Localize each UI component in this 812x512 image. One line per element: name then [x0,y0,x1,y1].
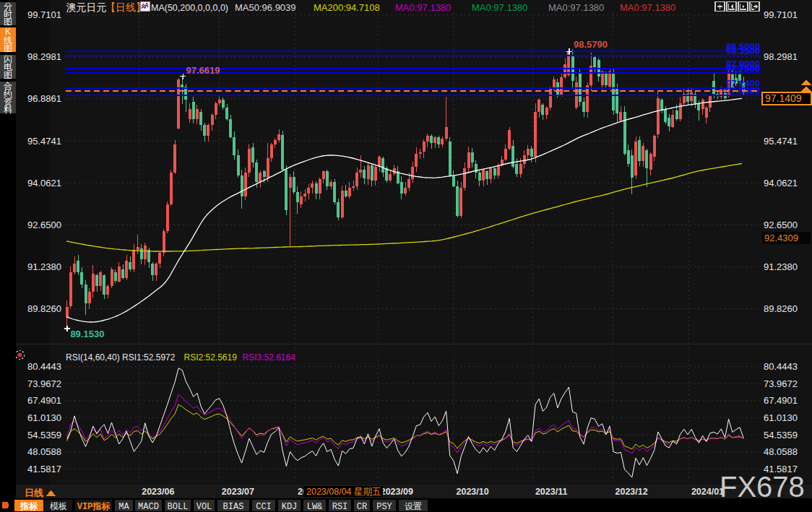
svg-text:图: 图 [4,17,12,27]
svg-text:48.0588: 48.0588 [27,446,61,457]
svg-text:VOL: VOL [196,502,212,512]
svg-text:80.4443: 80.4443 [27,361,61,372]
svg-text:RSI3:52.6164: RSI3:52.6164 [243,352,296,363]
svg-text:2023/06: 2023/06 [142,487,174,497]
svg-text:指标: 指标 [20,501,38,512]
svg-text:73.9672: 73.9672 [764,378,798,389]
svg-text:CR: CR [357,502,367,512]
svg-text:PSY: PSY [376,502,392,512]
svg-text:67.4901: 67.4901 [764,395,798,406]
svg-text:RSI: RSI [332,502,348,512]
svg-text:BIAS: BIAS [223,502,244,512]
svg-text:2023/12: 2023/12 [616,487,648,497]
svg-text:61.0130: 61.0130 [764,412,798,423]
svg-text:MA: MA [118,502,129,512]
svg-text:2023/09: 2023/09 [381,487,413,497]
svg-text:日线: 日线 [25,487,43,498]
svg-text:92.6500: 92.6500 [764,220,798,230]
svg-text:41.5817: 41.5817 [27,464,61,474]
svg-text:99.7101: 99.7101 [27,9,61,20]
svg-text:料: 料 [4,105,12,115]
svg-text:91.2380: 91.2380 [27,261,61,272]
svg-text:92.4309: 92.4309 [764,233,798,243]
svg-text:【日线】: 【日线】 [105,1,146,13]
svg-text:94.0621: 94.0621 [764,178,798,188]
svg-text:89.1530: 89.1530 [70,329,104,339]
svg-text:97.7500: 97.7500 [726,63,760,74]
svg-text:MACD: MACD [138,502,159,512]
svg-text:98.3500: 98.3500 [726,45,760,56]
svg-text:89.8260: 89.8260 [764,303,798,314]
svg-text:FX678: FX678 [720,471,805,503]
svg-text:48.0588: 48.0588 [764,446,798,457]
svg-text:设置: 设置 [405,502,422,512]
svg-text:2023/11: 2023/11 [535,487,568,497]
svg-text:LW&: LW& [307,502,323,512]
svg-text:96.8861: 96.8861 [27,93,61,104]
svg-text:95.4741: 95.4741 [27,136,61,147]
svg-text:MA0:97.1380: MA0:97.1380 [395,2,451,13]
svg-text:BOLL: BOLL [168,502,189,512]
svg-text:RSI(14,60,40) RSI1:52.5972: RSI(14,60,40) RSI1:52.5972 [66,352,176,363]
svg-text:54.5359: 54.5359 [27,430,61,441]
svg-text:模板: 模板 [50,502,67,512]
svg-text:KDJ: KDJ [282,502,298,512]
svg-text:99.7101: 99.7101 [764,9,798,20]
svg-text:98.5790: 98.5790 [574,39,608,50]
svg-text:80.4443: 80.4443 [764,361,798,372]
svg-text:图: 图 [4,70,12,80]
svg-text:94.0621: 94.0621 [27,178,61,188]
svg-text:54.5359: 54.5359 [764,430,798,441]
svg-text:2023/10: 2023/10 [457,487,489,497]
svg-text:98.2981: 98.2981 [764,51,798,62]
svg-text:91.2380: 91.2380 [764,261,798,272]
svg-text:67.4901: 67.4901 [27,395,61,406]
svg-text:2023/07: 2023/07 [222,487,254,497]
svg-text:CCI: CCI [256,502,272,512]
svg-text:MA0:97.1380: MA0:97.1380 [472,2,527,13]
svg-text:MA200:94.7108: MA200:94.7108 [314,2,380,13]
svg-text:RSI2:52.5619: RSI2:52.5619 [184,352,238,363]
svg-text:97.1409: 97.1409 [765,92,802,104]
svg-text:MA50:96.9039: MA50:96.9039 [235,2,296,13]
svg-text:73.9672: 73.9672 [27,378,61,389]
svg-text:97.6619: 97.6619 [186,65,220,76]
svg-text:MA0:97.1380: MA0:97.1380 [548,2,604,13]
svg-text:图: 图 [4,43,12,53]
svg-text:2023/08/04 星期五: 2023/08/04 星期五 [306,487,381,497]
svg-text:澳元日元: 澳元日元 [66,1,106,13]
svg-text:VIP指标: VIP指标 [77,501,111,512]
svg-text:95.4741: 95.4741 [764,136,798,147]
svg-text:61.0130: 61.0130 [27,412,61,423]
svg-text:89.8260: 89.8260 [27,303,61,314]
svg-text:MA0:97.1380: MA0:97.1380 [620,2,675,13]
svg-text:MA(50,200,0,0,0,0): MA(50,200,0,0,0,0) [151,3,228,13]
svg-text:98.2981: 98.2981 [27,51,61,62]
svg-text:92.6500: 92.6500 [27,220,61,230]
